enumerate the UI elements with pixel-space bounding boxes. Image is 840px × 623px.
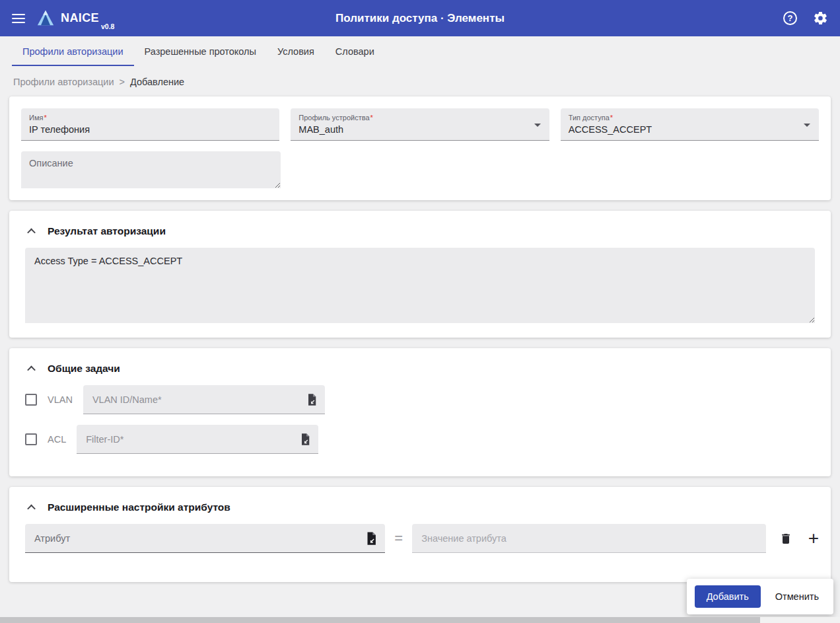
equals-sign: = [394, 530, 403, 547]
vlan-checkbox[interactable] [25, 394, 37, 406]
delete-attribute-icon[interactable] [779, 532, 792, 546]
attribute-value-input[interactable]: Значение атрибута [412, 524, 765, 553]
select-from-list-icon[interactable] [364, 531, 378, 546]
access-type-label: Тип доступа* [569, 113, 811, 122]
vlan-id-input[interactable]: VLAN ID/Name* [83, 385, 325, 414]
authorization-result-textarea[interactable]: Access Type = ACCESS_ACCEPT [25, 248, 815, 323]
horizontal-scrollbar[interactable] [0, 617, 840, 623]
tab-authorization-profiles[interactable]: Профили авторизации [12, 36, 134, 66]
acl-checkbox[interactable] [25, 433, 37, 445]
common-tasks-title: Общие задачи [48, 363, 120, 375]
required-asterisk: * [44, 114, 46, 122]
form-fields-row: Имя* Профиль устройства* MAB_auth Тип до… [21, 108, 819, 141]
tab-allowed-protocols[interactable]: Разрешенные протоколы [134, 36, 267, 66]
tab-conditions[interactable]: Условия [267, 36, 325, 66]
tab-bar: Профили авторизации Разрешенные протокол… [0, 36, 840, 66]
attribute-value-placeholder: Значение атрибута [421, 533, 507, 544]
vlan-id-placeholder: VLAN ID/Name* [92, 394, 162, 405]
attribute-row: Атрибут = Значение атрибута [25, 524, 819, 553]
name-label: Имя* [29, 113, 271, 122]
device-profile-label: Профиль устройства* [298, 113, 541, 122]
collapse-chevron-icon[interactable] [25, 501, 37, 513]
attribute-placeholder: Атрибут [34, 533, 70, 544]
filter-id-placeholder: Filter-ID* [86, 434, 123, 445]
authorization-result-title: Результат авторизации [48, 225, 166, 237]
app-version: v0.8 [101, 22, 114, 36]
attribute-input[interactable]: Атрибут [25, 524, 385, 553]
tab-dictionaries[interactable]: Словари [325, 36, 385, 66]
scrollbar-thumb[interactable] [0, 617, 760, 623]
description-textarea[interactable] [21, 151, 281, 188]
device-profile-select[interactable]: Профиль устройства* MAB_auth [291, 108, 549, 141]
page-content: Имя* Профиль устройства* MAB_auth Тип до… [0, 96, 840, 582]
required-asterisk: * [370, 114, 373, 122]
authorization-result-header: Результат авторизации [21, 223, 819, 248]
add-attribute-icon[interactable]: + [808, 529, 819, 548]
acl-task-row: ACL Filter-ID* [25, 425, 819, 454]
page-title: Политики доступа · Элементы [335, 12, 505, 25]
select-from-list-icon[interactable] [305, 393, 318, 406]
cancel-button[interactable]: Отменить [769, 585, 825, 608]
breadcrumb-current: Добавление [130, 77, 184, 87]
chevron-down-icon [804, 124, 810, 127]
name-input[interactable] [29, 124, 271, 135]
breadcrumb: Профили авторизации>Добавление [0, 66, 840, 96]
help-icon[interactable]: ? [783, 11, 797, 25]
app-bar: NAICE v0.8 Политики доступа · Элементы ? [0, 0, 840, 36]
add-button[interactable]: Добавить [695, 585, 761, 608]
collapse-chevron-icon[interactable] [25, 225, 37, 237]
breadcrumb-parent[interactable]: Профили авторизации [13, 77, 114, 87]
vlan-task-row: VLAN VLAN ID/Name* [25, 385, 819, 414]
app-logo-icon [36, 9, 55, 28]
authorization-result-card: Результат авторизации Access Type = ACCE… [9, 211, 831, 338]
name-field[interactable]: Имя* [21, 108, 279, 141]
appbar-actions: ? [783, 11, 828, 26]
chevron-down-icon [534, 124, 541, 127]
form-actions: Добавить Отменить [687, 579, 833, 614]
description-field [21, 151, 281, 188]
filter-id-input[interactable]: Filter-ID* [77, 425, 318, 454]
advanced-attributes-title: Расширенные настройки атрибутов [48, 501, 230, 513]
device-profile-value: MAB_auth [298, 124, 541, 135]
breadcrumb-separator: > [120, 77, 125, 87]
select-from-list-icon[interactable] [298, 433, 312, 446]
advanced-attributes-card: Расширенные настройки атрибутов Атрибут … [9, 487, 831, 582]
app-brand: NAICE [61, 11, 99, 25]
access-type-value: ACCESS_ACCEPT [569, 124, 811, 135]
acl-checkbox-label: ACL [48, 434, 66, 445]
hamburger-menu-icon[interactable] [12, 11, 25, 26]
advanced-attributes-header: Расширенные настройки атрибутов [21, 499, 819, 524]
common-tasks-header: Общие задачи [21, 360, 819, 385]
collapse-chevron-icon[interactable] [25, 363, 37, 375]
settings-gear-icon[interactable] [813, 11, 828, 26]
profile-form-card: Имя* Профиль устройства* MAB_auth Тип до… [9, 96, 831, 200]
common-tasks-card: Общие задачи VLAN VLAN ID/Name* ACL [9, 348, 831, 476]
required-asterisk: * [610, 114, 613, 122]
vlan-checkbox-label: VLAN [48, 394, 73, 405]
access-type-select[interactable]: Тип доступа* ACCESS_ACCEPT [561, 108, 819, 141]
